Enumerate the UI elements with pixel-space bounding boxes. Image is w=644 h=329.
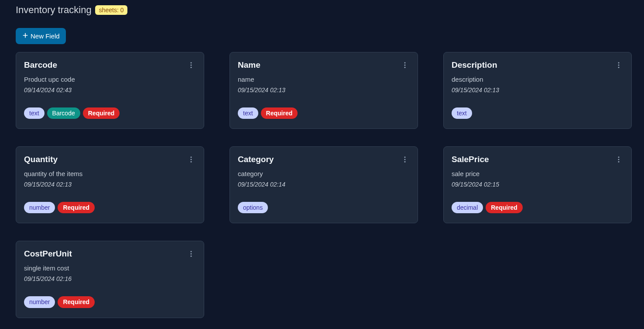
card-title: CostPerUnit bbox=[24, 249, 72, 259]
field-card: BarcodeProduct upc code09/14/2024 02:43t… bbox=[16, 52, 204, 129]
format-badge: Barcode bbox=[47, 107, 80, 119]
card-tags: textRequired bbox=[238, 107, 410, 119]
svg-point-2 bbox=[191, 62, 192, 63]
card-date: 09/15/2024 02:15 bbox=[452, 181, 623, 188]
plus-icon bbox=[22, 32, 29, 40]
svg-point-20 bbox=[191, 251, 192, 253]
type-badge: text bbox=[24, 107, 45, 119]
required-badge: Required bbox=[58, 202, 95, 213]
svg-point-22 bbox=[191, 256, 192, 257]
card-title: Category bbox=[238, 155, 274, 164]
card-header: Category bbox=[238, 155, 410, 166]
dots-vertical-icon bbox=[615, 157, 623, 165]
card-description: name bbox=[238, 76, 410, 83]
card-menu-button[interactable] bbox=[614, 60, 623, 71]
svg-point-18 bbox=[618, 159, 620, 160]
field-card: Descriptiondescription09/15/2024 02:13te… bbox=[443, 52, 632, 129]
svg-point-16 bbox=[404, 161, 406, 163]
card-description: description bbox=[452, 76, 623, 83]
dots-vertical-icon bbox=[187, 157, 195, 165]
type-badge: options bbox=[238, 202, 268, 213]
type-badge: decimal bbox=[452, 202, 483, 213]
card-title: Name bbox=[238, 60, 260, 70]
card-tags: numberRequired bbox=[24, 202, 196, 213]
field-card: Namename09/15/2024 02:13textRequired bbox=[230, 52, 418, 129]
card-header: Name bbox=[238, 60, 410, 71]
sheets-badge: sheets: 0 bbox=[95, 5, 128, 15]
dots-vertical-icon bbox=[401, 157, 409, 165]
card-date: 09/15/2024 02:16 bbox=[24, 275, 196, 282]
svg-point-9 bbox=[618, 65, 620, 66]
card-menu-button[interactable] bbox=[186, 249, 196, 260]
card-tags: text bbox=[452, 107, 623, 119]
card-date: 09/15/2024 02:14 bbox=[238, 181, 410, 188]
card-description: single item cost bbox=[24, 264, 196, 272]
type-badge: text bbox=[238, 107, 258, 119]
svg-point-11 bbox=[191, 156, 192, 158]
card-menu-button[interactable] bbox=[186, 155, 196, 166]
card-date: 09/15/2024 02:13 bbox=[452, 87, 623, 94]
card-title: Description bbox=[452, 60, 497, 70]
svg-point-17 bbox=[618, 156, 620, 158]
card-title: SalePrice bbox=[452, 155, 489, 164]
card-header: Barcode bbox=[24, 60, 196, 71]
svg-point-5 bbox=[404, 62, 406, 63]
dots-vertical-icon bbox=[187, 63, 195, 70]
card-title: Quantity bbox=[24, 155, 58, 164]
card-description: sale price bbox=[452, 170, 623, 177]
card-description: category bbox=[238, 170, 410, 177]
svg-point-3 bbox=[191, 65, 192, 66]
card-menu-button[interactable] bbox=[400, 60, 410, 71]
svg-point-7 bbox=[404, 67, 406, 68]
card-menu-button[interactable] bbox=[400, 155, 410, 166]
cards-grid: BarcodeProduct upc code09/14/2024 02:43t… bbox=[16, 52, 628, 318]
svg-point-4 bbox=[191, 67, 192, 68]
card-header: Quantity bbox=[24, 155, 196, 166]
card-tags: options bbox=[238, 202, 410, 213]
svg-point-6 bbox=[404, 65, 406, 66]
field-card: SalePricesale price09/15/2024 02:15decim… bbox=[443, 146, 632, 223]
required-badge: Required bbox=[58, 296, 95, 308]
card-menu-button[interactable] bbox=[614, 155, 623, 166]
svg-point-15 bbox=[404, 159, 406, 160]
card-tags: decimalRequired bbox=[452, 202, 623, 213]
card-description: quantity of the items bbox=[24, 170, 196, 177]
field-card: Quantityquantity of the items09/15/2024 … bbox=[16, 146, 204, 223]
new-field-button[interactable]: New Field bbox=[16, 28, 66, 44]
page-title: Inventory tracking bbox=[16, 4, 92, 16]
card-date: 09/14/2024 02:43 bbox=[24, 87, 196, 94]
card-description: Product upc code bbox=[24, 76, 196, 83]
page-header: Inventory tracking sheets: 0 bbox=[16, 4, 628, 16]
field-card: Categorycategory09/15/2024 02:14options bbox=[230, 146, 418, 223]
dots-vertical-icon bbox=[187, 252, 195, 259]
svg-point-13 bbox=[191, 161, 192, 163]
dots-vertical-icon bbox=[615, 63, 623, 70]
card-header: Description bbox=[452, 60, 623, 71]
card-header: CostPerUnit bbox=[24, 249, 196, 260]
card-header: SalePrice bbox=[452, 155, 623, 166]
required-badge: Required bbox=[261, 107, 298, 119]
svg-point-19 bbox=[618, 161, 620, 163]
card-title: Barcode bbox=[24, 60, 57, 70]
type-badge: number bbox=[24, 296, 55, 308]
svg-point-21 bbox=[191, 253, 192, 255]
required-badge: Required bbox=[486, 202, 523, 213]
field-card: CostPerUnitsingle item cost09/15/2024 02… bbox=[16, 241, 204, 318]
svg-point-12 bbox=[191, 159, 192, 160]
required-badge: Required bbox=[83, 107, 120, 119]
svg-point-10 bbox=[618, 67, 620, 68]
card-date: 09/15/2024 02:13 bbox=[238, 87, 410, 94]
card-date: 09/15/2024 02:13 bbox=[24, 181, 196, 188]
type-badge: text bbox=[452, 107, 472, 119]
type-badge: number bbox=[24, 202, 55, 213]
svg-point-14 bbox=[404, 156, 406, 158]
card-tags: textBarcodeRequired bbox=[24, 107, 196, 119]
new-field-label: New Field bbox=[31, 32, 60, 40]
dots-vertical-icon bbox=[401, 63, 409, 70]
card-tags: numberRequired bbox=[24, 296, 196, 308]
svg-point-8 bbox=[618, 62, 620, 63]
card-menu-button[interactable] bbox=[186, 60, 196, 71]
